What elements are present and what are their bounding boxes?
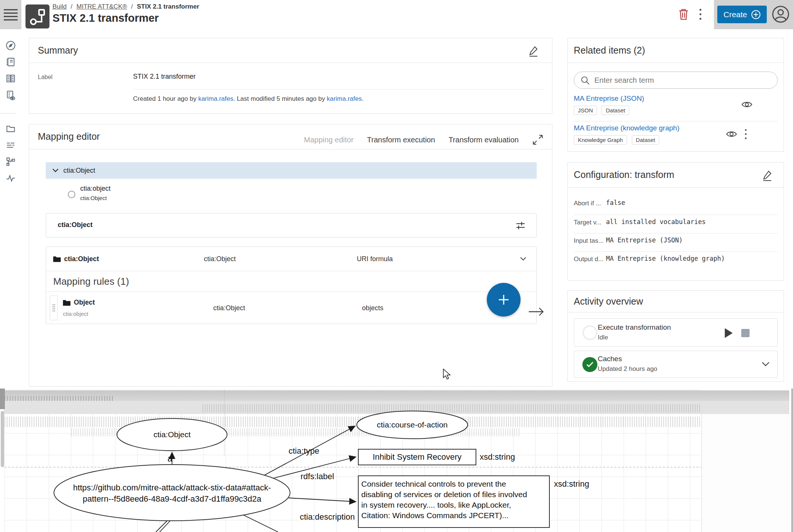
summary-created-line: Created 1 hour ago by karima.rafes. Last… xyxy=(133,95,364,103)
tune-icon[interactable] xyxy=(515,220,526,231)
rule-arrow-icon[interactable] xyxy=(528,307,545,317)
tree-row-ctia-object[interactable]: ctia:Object xyxy=(46,162,537,179)
graph-canvas[interactable]: ctia:Object ctia:course-of-action https:… xyxy=(0,389,793,532)
activity-row-execute[interactable]: Execute transformation Idle xyxy=(574,318,778,347)
sidebar-item-projects[interactable] xyxy=(6,124,16,134)
rule-subtitle: ctia:object xyxy=(63,311,88,317)
edge-label-description: ctia:description xyxy=(300,512,355,522)
header-kebab-menu-icon[interactable] xyxy=(698,8,703,21)
edit-summary-button[interactable] xyxy=(528,46,539,57)
activity-row-status: Idle xyxy=(598,334,608,341)
sidebar-item-explore[interactable] xyxy=(6,40,16,51)
sidebar-item-activities[interactable] xyxy=(6,173,16,183)
config-row-value: MA Entreprise (JSON) xyxy=(606,236,683,244)
lines-icon xyxy=(6,140,16,150)
activity-overview-card: Activity overview Execute transformation… xyxy=(567,290,784,382)
modified-by-link[interactable]: karima.rafes xyxy=(327,95,362,102)
eye-icon[interactable] xyxy=(741,100,753,109)
add-mapping-rule-fab[interactable] xyxy=(487,283,521,317)
xsd-string-label: xsd:string xyxy=(554,479,589,489)
created-by-link[interactable]: karima.rafes xyxy=(198,95,233,102)
edge-down-2[interactable] xyxy=(160,520,171,532)
sidebar-item-vocabularies[interactable] xyxy=(6,57,16,67)
breadcrumb-link-build[interactable]: Build xyxy=(52,3,67,10)
server-eye-icon xyxy=(6,90,16,101)
breadcrumb-link-mitre[interactable]: MITRE ATT&CK® xyxy=(76,3,127,10)
item-kebab-menu-icon[interactable] xyxy=(744,129,748,140)
activity-row-caches[interactable]: Caches Updated 2 hours ago xyxy=(574,351,778,378)
tag-chip: Dataset xyxy=(601,106,629,115)
radio-option-subtitle: ctia:Object xyxy=(80,195,107,201)
search-input[interactable] xyxy=(594,76,777,85)
eye-icon[interactable] xyxy=(726,130,737,138)
edge-down-3[interactable] xyxy=(240,513,278,532)
created-text: Created 1 hour ago by xyxy=(133,95,198,102)
mouse-cursor xyxy=(443,369,451,380)
node-uri-line2: pattern--f5d8eed6-48a9-4cdf-a3d7-d1ffa99… xyxy=(83,494,262,504)
tag-chip: JSON xyxy=(574,106,597,115)
chevron-down-icon[interactable] xyxy=(520,257,527,261)
tab-transform-evaluation[interactable]: Transform evaluation xyxy=(449,136,519,144)
edge-label-a: a xyxy=(168,454,172,463)
selected-class-label: ctia:Object xyxy=(58,221,93,229)
config-row-label: Abort if ... xyxy=(574,200,604,207)
desc-line: disabling of services or deletion of fil… xyxy=(361,490,527,499)
graph-svg: ctia:Object ctia:course-of-action https:… xyxy=(0,389,793,532)
node-uri-line1: https://github.com/mitre-attack/attack-s… xyxy=(73,483,271,492)
radio-button[interactable] xyxy=(68,191,75,198)
root-row-type: ctia:Object xyxy=(204,255,236,263)
sidebar-divider xyxy=(0,113,16,114)
node-uri[interactable] xyxy=(54,465,290,521)
sidebar-item-datasets[interactable] xyxy=(6,140,16,150)
breadcrumb-separator: / xyxy=(69,3,75,10)
node-label: ctia:Object xyxy=(153,430,190,439)
edge-down-1[interactable] xyxy=(156,520,168,532)
sidebar-item-queries[interactable] xyxy=(6,90,16,101)
plus-icon xyxy=(497,293,510,306)
create-button[interactable]: Create xyxy=(717,6,767,23)
related-item-link[interactable]: MA Entreprise (knowledge graph) xyxy=(574,124,679,132)
chevron-down-icon[interactable] xyxy=(762,362,770,367)
config-row-label: Input tas... xyxy=(574,237,604,245)
chevron-down-icon[interactable] xyxy=(52,168,59,173)
mapping-rules-title: Mapping rules (1) xyxy=(53,276,129,287)
tab-transform-execution[interactable]: Transform execution xyxy=(367,136,435,144)
configuration-card: Configuration: transform Abort if ... fa… xyxy=(567,162,784,281)
mapping-editor-title: Mapping editor xyxy=(38,131,100,142)
activity-overview-title: Activity overview xyxy=(574,296,643,307)
config-row-value: MA Entreprise (knowledge graph) xyxy=(606,255,725,262)
sidebar-item-workflows[interactable] xyxy=(6,157,16,167)
hamburger-menu-icon[interactable] xyxy=(4,8,18,21)
edge-ctia-description[interactable] xyxy=(289,498,355,502)
expand-icon[interactable] xyxy=(532,134,543,145)
stop-button[interactable] xyxy=(741,329,750,337)
mapping-rule-row[interactable]: Object ctia:object ctia:Object objects xyxy=(46,292,536,324)
sidebar-item-catalog[interactable] xyxy=(6,73,16,84)
root-mapping-row[interactable]: ctia:Object ctia:Object URI formula xyxy=(46,247,536,271)
notebook-icon xyxy=(6,57,16,67)
drag-handle[interactable] xyxy=(50,296,58,320)
desc-line: in system recovery.... tools, like AppLo… xyxy=(361,501,511,509)
related-item-link[interactable]: MA Entreprise (JSON) xyxy=(574,94,644,103)
delete-button[interactable] xyxy=(678,8,689,20)
topbar: Build / MITRE ATT&CK® / STIX 2.1 transfo… xyxy=(0,0,793,29)
play-button[interactable] xyxy=(724,328,733,338)
search-icon xyxy=(581,76,590,85)
compass-icon xyxy=(6,40,16,51)
user-avatar-icon[interactable] xyxy=(771,5,790,24)
pencil-icon xyxy=(528,46,539,57)
related-item-tags: Knowledge Graph Dataset xyxy=(574,135,662,145)
node-label: ctia:course-of-action xyxy=(377,420,447,429)
edge-label-type: ctia:type xyxy=(289,446,319,456)
edit-configuration-button[interactable] xyxy=(762,170,772,181)
config-row-value: all installed vocabularies xyxy=(606,218,706,226)
mapping-editor-card: Mapping editor Mapping editor Transform … xyxy=(29,124,552,387)
related-search-box[interactable] xyxy=(574,72,778,89)
tab-mapping-editor[interactable]: Mapping editor xyxy=(304,136,353,144)
related-items-divider xyxy=(574,121,778,121)
success-check-icon xyxy=(582,357,597,372)
rule-name: Object xyxy=(74,299,95,306)
modified-text: . Last modified 5 minutes ago by xyxy=(233,95,326,102)
selected-class-card: ctia:Object xyxy=(46,213,537,238)
mapping-radio-option[interactable]: ctia:object ctia:Object xyxy=(68,182,218,206)
